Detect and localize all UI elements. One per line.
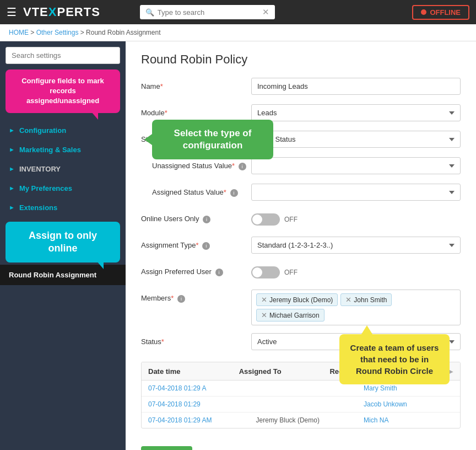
cell-record-1: Jacob Unkown — [364, 400, 453, 408]
form-row-status-field: Status Field* i Lead Status Select the t… — [141, 131, 461, 149]
unassigned-select[interactable] — [251, 157, 461, 174]
assignment-type-info-icon[interactable]: i — [202, 242, 210, 250]
sidebar-active-item[interactable]: Round Robin Assignment — [0, 265, 126, 285]
col-header-datetime: Date time — [148, 367, 239, 376]
sidebar-search-input[interactable] — [6, 47, 120, 64]
members-info-icon[interactable]: i — [177, 295, 185, 303]
module-select[interactable]: Leads — [251, 104, 461, 121]
member-name-1: John Smith — [354, 296, 387, 304]
assign-preferred-toggle[interactable] — [251, 266, 280, 278]
remove-member-1[interactable]: ✕ — [345, 296, 351, 304]
sidebar-item-marketing-sales[interactable]: ► Marketing & Sales — [0, 140, 126, 159]
module-label: Module* — [141, 104, 251, 117]
form-row-members: Members* i ✕ Jeremy Bluck (Demo) ✕ John … — [141, 290, 461, 325]
sidebar-item-label: INVENTORY — [19, 165, 61, 173]
member-name-0: Jeremy Bluck (Demo) — [269, 296, 333, 304]
chevron-icon: ► — [9, 127, 15, 133]
clear-search-icon[interactable]: ✕ — [262, 7, 269, 17]
online-users-label: Online Users Only i — [141, 210, 251, 223]
yellow-tooltip: Create a team of users that need to be i… — [339, 334, 450, 384]
logo-x: X — [48, 5, 57, 19]
sidebar: Configure fields to mark records assigne… — [0, 41, 126, 450]
online-users-toggle[interactable] — [251, 213, 280, 226]
offline-dot — [421, 9, 426, 15]
chevron-icon: ► — [9, 165, 15, 172]
main-content: Round Robin Policy Name* Module* Leads — [126, 41, 476, 450]
offline-button[interactable]: OFFLINE — [412, 5, 469, 20]
remove-member-0[interactable]: ✕ — [261, 296, 267, 304]
members-label: Members* i — [141, 290, 251, 303]
global-search-box: 🔍 ✕ — [140, 5, 275, 19]
main-layout: Configure fields to mark records assigne… — [0, 41, 476, 450]
cell-date-2: 07-04-2018 01:29 AM — [148, 416, 256, 424]
unassigned-select-wrapper — [251, 157, 461, 174]
assigned-status-label: Assigned Status Value* i — [141, 184, 251, 197]
breadcrumb-sep2: > — [80, 29, 86, 36]
name-input-wrapper — [251, 78, 461, 95]
assigned-status-select[interactable] — [251, 184, 461, 201]
sidebar-item-label: My Preferences — [19, 184, 72, 192]
breadcrumb-home[interactable]: HOME — [9, 29, 29, 36]
remove-member-2[interactable]: ✕ — [261, 311, 267, 319]
menu-icon[interactable]: ☰ — [7, 6, 17, 19]
col-header-assigned: Assigned To — [239, 367, 330, 376]
members-input[interactable]: ✕ Jeremy Bluck (Demo) ✕ John Smith ✕ Mic… — [251, 290, 461, 325]
status-field-select-wrapper: Lead Status — [251, 131, 461, 148]
sidebar-item-my-preferences[interactable]: ► My Preferences — [0, 179, 126, 198]
cell-date-1: 07-04-2018 01:29 — [148, 400, 256, 408]
status-field-select[interactable]: Lead Status — [251, 131, 461, 148]
sidebar-item-extensions[interactable]: ► Extensions — [0, 198, 126, 217]
sidebar-nav: ► Configuration ► Marketing & Sales ► IN… — [0, 121, 126, 217]
table-section-wrapper: Date time Assigned To Record 1 to 8 of ?… — [141, 362, 461, 428]
global-search-input[interactable] — [158, 8, 259, 17]
unassigned-info-icon[interactable]: i — [239, 163, 246, 170]
breadcrumb: HOME > Other Settings > Round Robin Assi… — [0, 24, 476, 41]
assignment-type-label: Assignment Type* i — [141, 237, 251, 250]
form-row-online-users: Online Users Only i OFF — [141, 210, 461, 229]
sidebar-item-label: Configuration — [19, 126, 66, 135]
toggle-knob — [252, 267, 262, 277]
module-select-wrapper: Leads — [251, 104, 461, 121]
name-label: Name* — [141, 78, 251, 90]
breadcrumb-other-settings[interactable]: Other Settings — [36, 29, 79, 36]
name-input[interactable] — [251, 78, 461, 95]
assign-preferred-label: Assign Preferred User i — [141, 263, 251, 276]
topbar: ☰ VTEXPERTS 🔍 ✕ OFFLINE — [0, 0, 476, 24]
assign-preferred-info-icon[interactable]: i — [215, 269, 223, 276]
assignment-type-select[interactable]: Standard (1-2-3-1-2-3..) — [251, 237, 461, 254]
form-row-unassigned: Unassigned Status Value* i — [141, 157, 461, 176]
form-row-assigned-status: Assigned Status Value* i — [141, 184, 461, 202]
table-row: 07-04-2018 01:29 AM Jeremy Bluck (Demo) … — [142, 413, 460, 428]
status-label: Status* — [141, 333, 251, 346]
sidebar-item-label: Marketing & Sales — [19, 146, 81, 154]
blue-tooltip: Assign to only online — [6, 222, 120, 263]
assigned-status-select-wrapper — [251, 184, 461, 201]
cell-record-0: Mary Smith — [364, 384, 453, 392]
breadcrumb-current: Round Robin Assignment — [86, 29, 160, 36]
page-title: Round Robin Policy — [141, 52, 461, 67]
chevron-icon: ► — [9, 146, 15, 153]
cell-date-0: 07-04-2018 01:29 A — [148, 384, 256, 392]
sidebar-item-label: Extensions — [19, 203, 57, 212]
form-row-assign-preferred: Assign Preferred User i OFF — [141, 263, 461, 282]
assign-preferred-toggle-wrap: OFF — [251, 263, 298, 278]
sidebar-item-inventory[interactable]: ► INVENTORY — [0, 159, 126, 179]
save-button[interactable]: Save — [141, 446, 192, 450]
assign-preferred-toggle-label: OFF — [284, 269, 298, 276]
sidebar-search-box — [6, 47, 120, 64]
online-users-info-icon[interactable]: i — [203, 216, 210, 223]
assignment-type-select-wrapper: Standard (1-2-3-1-2-3..) — [251, 237, 461, 254]
app-logo: VTEXPERTS — [23, 5, 100, 19]
breadcrumb-sep1: > — [30, 29, 34, 36]
green-tooltip: Select the type of configuration — [152, 120, 273, 159]
form-row-name: Name* — [141, 78, 461, 97]
chevron-icon: ► — [9, 204, 15, 211]
form-row-assignment-type: Assignment Type* i Standard (1-2-3-1-2-3… — [141, 237, 461, 255]
member-name-2: Michael Garrison — [269, 312, 320, 319]
member-tag-0: ✕ Jeremy Bluck (Demo) — [256, 293, 338, 306]
pink-tooltip: Configure fields to mark records assigne… — [6, 69, 120, 113]
offline-label: OFFLINE — [430, 8, 461, 17]
chevron-icon: ► — [9, 185, 15, 191]
assigned-status-info-icon[interactable]: i — [230, 189, 238, 197]
sidebar-item-configuration[interactable]: ► Configuration — [0, 121, 126, 140]
